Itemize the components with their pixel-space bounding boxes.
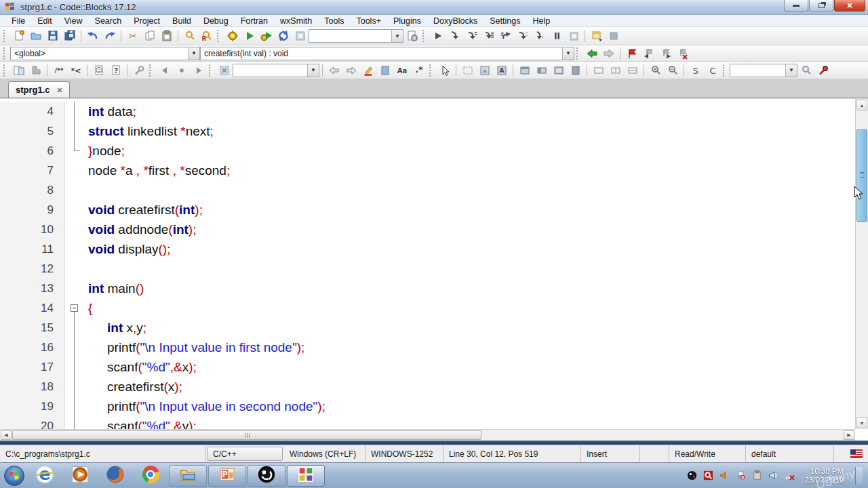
- fold-margin[interactable]: [65, 239, 85, 259]
- cut-button[interactable]: ✂: [124, 28, 141, 43]
- tab-stprg1[interactable]: stprg1.c ×: [8, 81, 70, 98]
- code-line[interactable]: 10void addnode(int);: [0, 220, 855, 239]
- code-editor[interactable]: 4int data;5struct linkedlist *next;6}nod…: [0, 98, 868, 441]
- run-button[interactable]: [241, 28, 258, 43]
- toolbar-grip[interactable]: [3, 30, 7, 42]
- doxyblocks-extract-button[interactable]: [10, 63, 27, 78]
- horizontal-scroll-thumb[interactable]: [12, 430, 481, 440]
- toolbar-grip[interactable]: [3, 64, 7, 77]
- code-text[interactable]: void display();: [85, 242, 170, 257]
- wxsmith-image-button[interactable]: [476, 63, 493, 78]
- scroll-up-button[interactable]: ▲: [856, 100, 867, 110]
- incsearch-clear-button[interactable]: [216, 63, 233, 78]
- code-line[interactable]: 15int x,y;: [0, 318, 855, 338]
- rebuild-button[interactable]: [275, 28, 292, 43]
- code-text[interactable]: {: [85, 301, 92, 316]
- chevron-down-icon[interactable]: ▼: [562, 47, 574, 60]
- step-into-button[interactable]: [480, 28, 497, 43]
- fold-margin[interactable]: [65, 279, 85, 298]
- fold-margin[interactable]: [65, 180, 85, 200]
- action-center-tray-icon[interactable]: [735, 470, 747, 481]
- build-target-combo[interactable]: ▼: [309, 29, 403, 43]
- doxyblocks-run-chm-button[interactable]: ?: [107, 63, 124, 78]
- code-line[interactable]: 19printf("\n Input value in second node"…: [0, 396, 855, 416]
- fold-margin[interactable]: [65, 357, 85, 377]
- fold-margin[interactable]: [65, 121, 85, 141]
- obs-tray-icon[interactable]: [686, 470, 698, 481]
- menu-item-edit[interactable]: Edit: [31, 16, 58, 26]
- code-text[interactable]: node *a , *first , *second;: [85, 163, 230, 178]
- next-bookmark-button[interactable]: [657, 46, 674, 61]
- doxyblocks-wizard-button[interactable]: [27, 63, 44, 78]
- menu-item-plugins[interactable]: Plugins: [387, 16, 427, 26]
- wxsmith-show-source-button[interactable]: S: [687, 63, 704, 78]
- code-text[interactable]: scanf("%d",&x);: [85, 360, 197, 375]
- network-tray-icon[interactable]: [784, 470, 795, 481]
- code-line[interactable]: 12: [0, 259, 855, 279]
- wxsmith-show-config-button[interactable]: C: [704, 63, 721, 78]
- stop-debugger-button[interactable]: [565, 28, 582, 43]
- fold-margin[interactable]: [65, 396, 85, 416]
- taskbar-pinned-firefox[interactable]: [98, 464, 133, 487]
- menu-item-tools[interactable]: Tools: [318, 16, 350, 26]
- close-button[interactable]: ✕: [834, 0, 865, 12]
- fold-margin[interactable]: [65, 298, 85, 318]
- open-file-button[interactable]: [27, 28, 44, 43]
- toolbar-grip[interactable]: [422, 30, 426, 42]
- debug-continue-button[interactable]: [429, 28, 446, 43]
- paste-button[interactable]: [158, 28, 175, 43]
- scroll-left-button[interactable]: ◀: [1, 430, 12, 440]
- wxsmith-sizer1-button[interactable]: [590, 63, 607, 78]
- doxyblocks-block-comment-button[interactable]: /**: [50, 63, 67, 78]
- start-button[interactable]: [1, 464, 27, 487]
- code-line[interactable]: 7node *a , *first , *second;: [0, 161, 855, 180]
- wxsmith-pointer-button[interactable]: [436, 63, 453, 78]
- step-into-instruction-button[interactable]: .: [531, 28, 548, 43]
- menu-item-project[interactable]: Project: [127, 16, 166, 26]
- find-button[interactable]: [181, 28, 198, 43]
- menu-item-wxsmith[interactable]: wxSmith: [274, 16, 318, 26]
- zoom-out-button[interactable]: [664, 63, 681, 78]
- code-text[interactable]: int x,y;: [85, 321, 146, 336]
- restore-button[interactable]: [809, 0, 833, 12]
- toolbar-grip[interactable]: [576, 47, 580, 60]
- next-instruction-button[interactable]: :: [514, 28, 531, 43]
- code-line[interactable]: 20scanf("%d",&y);: [0, 416, 855, 429]
- goto-previous-function-button[interactable]: [583, 46, 600, 61]
- incsearch-next-button[interactable]: [190, 63, 207, 78]
- volume-tray-icon[interactable]: [768, 470, 779, 481]
- fold-margin[interactable]: [65, 377, 85, 396]
- fold-margin[interactable]: [65, 416, 85, 429]
- menu-item-tools[interactable]: Tools+: [350, 16, 387, 26]
- fold-margin[interactable]: [65, 161, 85, 180]
- fold-margin[interactable]: [65, 220, 85, 239]
- taskbar-open-powerpoint[interactable]: P: [208, 465, 246, 487]
- code-area[interactable]: 4int data;5struct linkedlist *next;6}nod…: [0, 99, 855, 429]
- menu-item-settings[interactable]: Settings: [484, 16, 526, 26]
- doxyblocks-line-comment-button[interactable]: *<: [67, 63, 84, 78]
- wxsmith-panel3-button[interactable]: [550, 63, 567, 78]
- save-button[interactable]: [44, 28, 61, 43]
- incsearch-forward-button[interactable]: [342, 63, 359, 78]
- wxsmith-panel1-button[interactable]: [516, 63, 533, 78]
- incsearch-previous-button[interactable]: [156, 63, 173, 78]
- code-line[interactable]: 4int data;: [0, 102, 855, 121]
- build-and-run-button[interactable]: [258, 28, 275, 43]
- windows-update-tray-icon[interactable]: [751, 470, 763, 481]
- wxsmith-sizer2-button[interactable]: [607, 63, 624, 78]
- function-combo[interactable]: createfirst(int val) : void▼: [200, 47, 574, 60]
- doxyblocks-run-html-button[interactable]: ☺: [90, 63, 107, 78]
- wxsmith-source-button[interactable]: A: [493, 63, 510, 78]
- use-regex-button[interactable]: .*: [410, 63, 427, 78]
- incsearch-origin-button[interactable]: [173, 63, 190, 78]
- code-line[interactable]: 13int main(): [0, 279, 855, 298]
- doxyblocks-settings-button[interactable]: [130, 63, 147, 78]
- open-tools-button[interactable]: [814, 63, 831, 78]
- incsearch-back-button[interactable]: [326, 63, 342, 78]
- run-to-cursor-button[interactable]: [446, 28, 463, 43]
- screen-magnifier-tray-icon[interactable]: [703, 470, 714, 481]
- horizontal-scrollbar[interactable]: ◀ ▶: [0, 429, 855, 441]
- chevron-down-icon[interactable]: ▼: [307, 64, 319, 77]
- match-case-button[interactable]: Aa: [393, 63, 410, 78]
- fold-collapse-icon[interactable]: [71, 304, 78, 312]
